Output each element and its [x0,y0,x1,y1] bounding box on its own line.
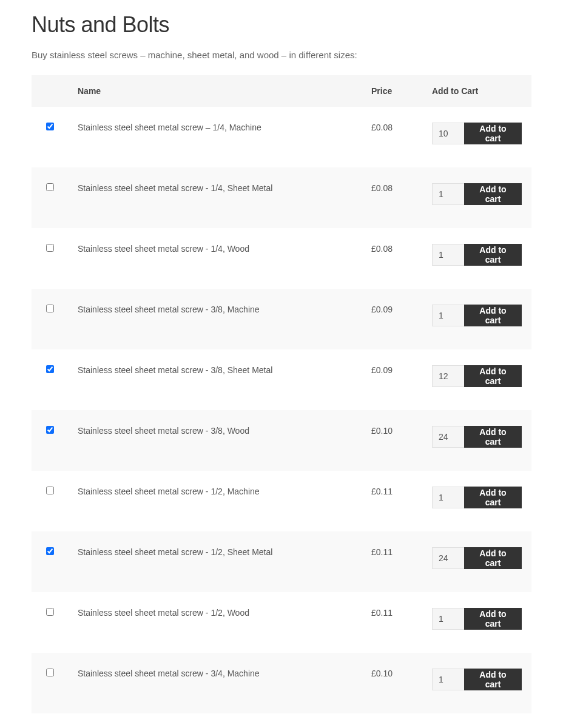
table-row: Stainless steel sheet metal screw - 3/8,… [32,410,531,471]
cart-controls: Add to cart [432,608,522,630]
product-table: Name Price Add to Cart Stainless steel s… [32,75,531,728]
product-name: Stainless steel sheet metal screw - 1/2,… [68,531,362,592]
table-row: Stainless steel sheet metal screw - 3/4,… [32,713,531,728]
quantity-input[interactable] [432,123,465,144]
cell-cart: Add to cart [422,107,531,167]
cell-check [32,471,68,531]
cart-controls: Add to cart [432,426,522,448]
cell-check [32,167,68,228]
quantity-input[interactable] [432,487,465,508]
product-name: Stainless steel sheet metal screw - 3/8,… [68,410,362,471]
cell-check [32,349,68,410]
add-to-cart-button[interactable]: Add to cart [464,608,522,630]
cell-check [32,713,68,728]
quantity-input[interactable] [432,608,465,630]
quantity-input[interactable] [432,365,465,387]
cart-controls: Add to cart [432,487,522,508]
cell-check [32,592,68,653]
product-checkbox[interactable] [46,547,54,555]
header-cart: Add to Cart [422,75,531,107]
cell-check [32,289,68,349]
cell-cart: Add to cart [422,471,531,531]
cell-cart: Add to cart [422,592,531,653]
cart-controls: Add to cart [432,547,522,569]
quantity-input[interactable] [432,426,465,448]
product-checkbox[interactable] [46,244,54,252]
header-check [32,75,68,107]
product-price: £0.11 [362,531,422,592]
product-name: Stainless steel sheet metal screw - 3/4,… [68,653,362,713]
cell-cart: Add to cart [422,410,531,471]
table-row: Stainless steel sheet metal screw - 3/8,… [32,289,531,349]
cell-cart: Add to cart [422,349,531,410]
cell-cart: Add to cart [422,167,531,228]
cart-controls: Add to cart [432,244,522,266]
product-price: £0.08 [362,167,422,228]
product-price: £0.11 [362,592,422,653]
product-name: Stainless steel sheet metal screw - 1/2,… [68,471,362,531]
quantity-input[interactable] [432,669,465,690]
cell-cart: Add to cart [422,228,531,289]
cart-controls: Add to cart [432,305,522,326]
product-checkbox[interactable] [46,426,54,434]
product-name: Stainless steel sheet metal screw - 3/4,… [68,713,362,728]
add-to-cart-button[interactable]: Add to cart [464,669,522,690]
product-checkbox[interactable] [46,608,54,616]
product-name: Stainless steel sheet metal screw - 3/8,… [68,289,362,349]
product-name: Stainless steel sheet metal screw - 1/4,… [68,228,362,289]
table-row: Stainless steel sheet metal screw - 1/4,… [32,228,531,289]
product-price: £0.09 [362,289,422,349]
page-description: Buy stainless steel screws – machine, sh… [32,50,531,60]
add-to-cart-button[interactable]: Add to cart [464,123,522,144]
product-checkbox[interactable] [46,487,54,494]
quantity-input[interactable] [432,183,465,205]
add-to-cart-button[interactable]: Add to cart [464,547,522,569]
table-row: Stainless steel sheet metal screw - 1/4,… [32,167,531,228]
add-to-cart-button[interactable]: Add to cart [464,183,522,205]
add-to-cart-button[interactable]: Add to cart [464,305,522,326]
product-price: £0.11 [362,471,422,531]
product-name: Stainless steel sheet metal screw - 1/2,… [68,592,362,653]
product-checkbox[interactable] [46,123,54,130]
cell-cart: Add to cart [422,713,531,728]
product-price: £0.10 [362,713,422,728]
table-row: Stainless steel sheet metal screw - 1/2,… [32,592,531,653]
add-to-cart-button[interactable]: Add to cart [464,244,522,266]
cell-cart: Add to cart [422,653,531,713]
add-to-cart-button[interactable]: Add to cart [464,487,522,508]
table-row: Stainless steel sheet metal screw – 1/4,… [32,107,531,167]
table-row: Stainless steel sheet metal screw - 1/2,… [32,471,531,531]
product-price: £0.10 [362,410,422,471]
add-to-cart-button[interactable]: Add to cart [464,426,522,448]
product-checkbox[interactable] [46,365,54,373]
page-title: Nuts and Bolts [32,12,531,38]
product-name: Stainless steel sheet metal screw - 1/4,… [68,167,362,228]
quantity-input[interactable] [432,547,465,569]
quantity-input[interactable] [432,244,465,266]
table-row: Stainless steel sheet metal screw - 3/4,… [32,653,531,713]
product-checkbox[interactable] [46,305,54,312]
header-price: Price [362,75,422,107]
product-checkbox[interactable] [46,669,54,676]
add-to-cart-button[interactable]: Add to cart [464,365,522,387]
cart-controls: Add to cart [432,183,522,205]
product-name: Stainless steel sheet metal screw - 3/8,… [68,349,362,410]
cell-check [32,228,68,289]
cart-controls: Add to cart [432,365,522,387]
cart-controls: Add to cart [432,123,522,144]
table-row: Stainless steel sheet metal screw - 1/2,… [32,531,531,592]
table-header-row: Name Price Add to Cart [32,75,531,107]
cell-cart: Add to cart [422,531,531,592]
product-price: £0.08 [362,228,422,289]
cell-check [32,410,68,471]
product-checkbox[interactable] [46,183,54,191]
cell-cart: Add to cart [422,289,531,349]
table-row: Stainless steel sheet metal screw - 3/8,… [32,349,531,410]
cart-controls: Add to cart [432,669,522,690]
product-price: £0.08 [362,107,422,167]
quantity-input[interactable] [432,305,465,326]
product-price: £0.10 [362,653,422,713]
product-name: Stainless steel sheet metal screw – 1/4,… [68,107,362,167]
cell-check [32,107,68,167]
cell-check [32,653,68,713]
